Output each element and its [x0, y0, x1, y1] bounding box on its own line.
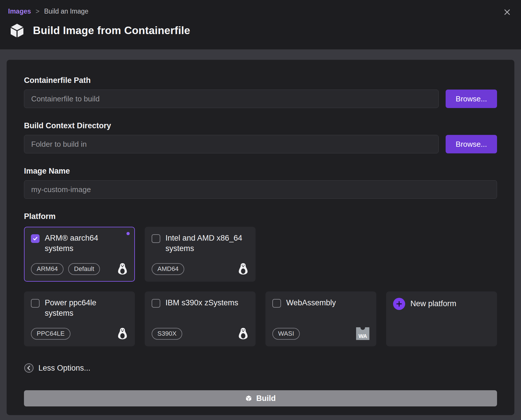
platform-card-ppc64le[interactable]: Power ppc64le systems PPC64LE: [24, 291, 135, 346]
close-button[interactable]: [502, 7, 512, 17]
page-title: Build Image from Containerfile: [33, 25, 190, 37]
build-form-panel: Containerfile Path Browse... Build Conte…: [7, 60, 514, 415]
build-context-label: Build Context Directory: [24, 121, 497, 130]
image-name-label: Image Name: [24, 167, 497, 176]
build-context-input[interactable]: [24, 135, 439, 153]
breadcrumb-images-link[interactable]: Images: [8, 8, 31, 15]
containerfile-path-section: Containerfile Path Browse...: [24, 76, 497, 108]
new-platform-card[interactable]: New platform: [386, 291, 497, 346]
less-options-toggle[interactable]: Less Options...: [24, 363, 90, 373]
platform-card-webassembly[interactable]: WebAssembly WASI WA: [265, 291, 376, 346]
containerfile-path-input[interactable]: [24, 90, 439, 108]
webassembly-icon: WA: [356, 327, 369, 340]
platform-cards-row-1: ARM® aarch64 systems ARM64 Default: [24, 227, 497, 282]
selected-indicator-dot: [126, 232, 130, 235]
platform-card-label: IBM s390x zSystems: [165, 298, 238, 308]
breadcrumb-separator: >: [36, 8, 39, 15]
platform-section: Platform ARM® aarch64 systems ARM64 Defa…: [24, 212, 497, 346]
chevron-left-circle-icon: [24, 363, 34, 373]
plus-icon: [393, 298, 405, 310]
amd64-checkbox[interactable]: [152, 234, 160, 243]
arch-badge: PPC64LE: [31, 328, 70, 340]
arch-badge: ARM64: [31, 263, 64, 275]
platform-label: Platform: [24, 212, 497, 221]
platform-card-label: WebAssembly: [286, 298, 336, 308]
platform-cards-row-2: Power ppc64le systems PPC64LE: [24, 291, 497, 346]
breadcrumb-current: Build an Image: [44, 8, 88, 15]
dialog-header: Images > Build an Image Build Image from…: [0, 0, 521, 49]
build-button-label: Build: [256, 394, 276, 403]
build-context-browse-button[interactable]: Browse...: [446, 135, 497, 153]
linux-tux-icon: [238, 263, 249, 275]
less-options-label: Less Options...: [38, 364, 90, 373]
platform-card-label: Intel and AMD x86_64 systems: [165, 233, 243, 254]
build-button[interactable]: Build: [24, 390, 497, 406]
title-row: Build Image from Containerfile: [8, 22, 512, 39]
platform-card-label: ARM® aarch64 systems: [45, 233, 122, 254]
s390x-checkbox[interactable]: [152, 299, 160, 308]
new-platform-label: New platform: [410, 299, 456, 309]
linux-tux-icon: [117, 263, 128, 275]
platform-card-label: Power ppc64le systems: [45, 298, 122, 318]
arm64-checkbox[interactable]: [31, 234, 40, 243]
breadcrumb: Images > Build an Image: [8, 8, 512, 15]
default-badge: Default: [68, 263, 100, 275]
linux-tux-icon: [238, 327, 249, 340]
containerfile-path-browse-button[interactable]: Browse...: [446, 90, 497, 108]
build-context-section: Build Context Directory Browse...: [24, 121, 497, 153]
build-row: Build: [24, 379, 497, 406]
container-image-icon: [9, 22, 25, 39]
containerfile-path-label: Containerfile Path: [24, 76, 497, 85]
image-name-section: Image Name: [24, 167, 497, 199]
arch-badge: S390X: [152, 328, 182, 340]
image-name-input[interactable]: [24, 180, 497, 199]
close-icon: [503, 8, 511, 16]
platform-card-amd64[interactable]: Intel and AMD x86_64 systems AMD64: [145, 227, 256, 282]
arch-badge: WASI: [272, 328, 300, 340]
webassembly-checkbox[interactable]: [272, 299, 281, 308]
linux-tux-icon: [117, 327, 128, 340]
arch-badge: AMD64: [152, 263, 184, 275]
platform-card-arm64[interactable]: ARM® aarch64 systems ARM64 Default: [24, 227, 135, 282]
ppc64le-checkbox[interactable]: [31, 299, 40, 308]
cube-icon: [245, 395, 252, 402]
platform-card-s390x[interactable]: IBM s390x zSystems S390X: [145, 291, 256, 346]
